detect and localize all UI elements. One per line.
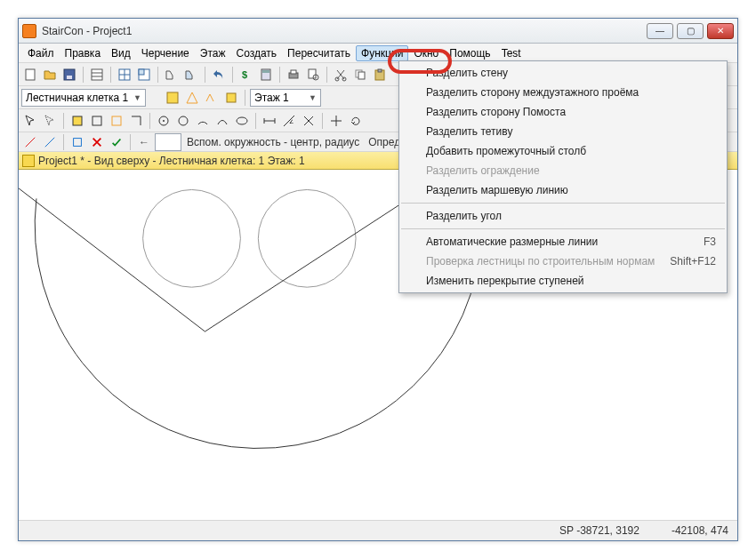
pointer-alt-icon[interactable]: [41, 112, 59, 130]
cut-icon[interactable]: [332, 66, 350, 84]
menu-item: Проверка лестницы по строительным нормам…: [399, 252, 727, 271]
dim-3-icon[interactable]: [300, 112, 318, 130]
grid-a-icon[interactable]: [116, 66, 133, 84]
menu-черчение[interactable]: Черчение: [136, 45, 195, 61]
dim-1-icon[interactable]: [261, 112, 278, 130]
menu-item-label: Автоматические размерные линии: [426, 236, 598, 248]
menu-test[interactable]: Test: [496, 45, 527, 61]
menu-файл[interactable]: Файл: [22, 45, 60, 61]
shape-2-icon[interactable]: [88, 112, 106, 130]
shape-4-icon[interactable]: [127, 112, 145, 130]
menu-item[interactable]: Добавить промежуточный столб: [399, 141, 727, 161]
menu-item-label: Добавить промежуточный столб: [426, 145, 586, 157]
menu-окно[interactable]: Окно: [408, 45, 444, 61]
svg-line-38: [45, 137, 55, 147]
shape-1-icon[interactable]: [68, 112, 86, 130]
arc-1-icon[interactable]: [194, 112, 212, 130]
pointer-icon[interactable]: [21, 112, 39, 130]
print-preview-icon[interactable]: [304, 66, 322, 84]
close-button[interactable]: ✕: [707, 23, 734, 39]
svg-rect-16: [309, 69, 316, 78]
menu-создать[interactable]: Создать: [230, 45, 282, 61]
menu-пересчитать[interactable]: Пересчитать: [282, 45, 356, 61]
circle-2-icon[interactable]: [174, 112, 192, 130]
menu-item[interactable]: Разделить угол: [399, 206, 727, 226]
move-icon[interactable]: [327, 112, 345, 130]
layer-a-icon[interactable]: [163, 66, 181, 84]
svg-point-41: [258, 189, 356, 287]
save-icon[interactable]: [60, 66, 78, 84]
open-icon[interactable]: [41, 66, 59, 84]
maximize-button[interactable]: ▢: [677, 23, 704, 39]
minimize-button[interactable]: —: [647, 23, 673, 39]
shape-3-icon[interactable]: [108, 112, 125, 130]
print-icon[interactable]: [285, 66, 302, 84]
menu-правка[interactable]: Правка: [60, 45, 107, 61]
properties-icon[interactable]: [88, 66, 106, 84]
copy-icon[interactable]: [351, 66, 369, 84]
grid-b-icon[interactable]: [135, 66, 153, 84]
layer-b-icon[interactable]: [182, 66, 200, 84]
title-bar: StairCon - Project1 — ▢ ✕: [19, 19, 737, 44]
edit-icon[interactable]: [68, 133, 86, 151]
ellipse-icon[interactable]: [233, 112, 251, 130]
paste-icon[interactable]: [371, 66, 389, 84]
svg-rect-28: [112, 116, 121, 125]
menu-item-shortcut: F3: [704, 236, 716, 248]
menu-item[interactable]: Разделить маршевую линию: [399, 180, 727, 200]
toolbar-separator: [110, 67, 111, 83]
line-red-icon[interactable]: [21, 133, 39, 151]
toolbar-separator: [245, 90, 245, 106]
svg-rect-13: [262, 70, 269, 73]
svg-rect-27: [92, 116, 101, 125]
window-controls: — ▢ ✕: [647, 23, 734, 39]
circle-1-icon[interactable]: [155, 112, 173, 130]
cost-icon[interactable]: $: [237, 66, 255, 84]
status-bar: SP -38721, 3192 -42108, 474: [19, 521, 737, 540]
svg-point-40: [143, 189, 241, 287]
svg-rect-3: [92, 69, 102, 80]
view-c-icon[interactable]: [203, 89, 221, 107]
floor-select[interactable]: Этаж 1: [250, 89, 321, 107]
menu-item[interactable]: Автоматические размерные линииF3: [399, 232, 727, 252]
view-a-icon[interactable]: [164, 89, 181, 107]
menu-помощь[interactable]: Помощь: [444, 45, 495, 61]
toolbar-separator: [279, 67, 280, 83]
menu-вид[interactable]: Вид: [106, 45, 136, 61]
app-icon: [22, 24, 36, 38]
menu-этаж[interactable]: Этаж: [195, 45, 231, 61]
doc-tab-icon: [22, 155, 35, 167]
svg-text:∠: ∠: [289, 119, 294, 124]
prompt-hint: Вспом. окружность - центр, радиус: [183, 136, 363, 148]
toolbar-separator: [205, 67, 205, 83]
dim-2-icon[interactable]: ∠: [280, 112, 298, 130]
stairwell-select[interactable]: Лестничная клетка 1: [21, 89, 146, 107]
prompt-value-input[interactable]: [155, 133, 181, 151]
menu-item[interactable]: Изменить перекрытие ступеней: [399, 271, 727, 291]
undo-icon[interactable]: [210, 66, 228, 84]
menu-item-label: Проверка лестницы по строительным нормам: [426, 255, 655, 268]
view-b-icon[interactable]: [183, 89, 201, 107]
status-sp: SP -38721, 3192: [559, 524, 639, 537]
menu-item-label: Разделить стену: [426, 67, 508, 79]
svg-text:$: $: [242, 69, 247, 80]
rotate-icon[interactable]: [347, 112, 365, 130]
view-d-icon[interactable]: [222, 89, 240, 107]
toolbar-separator: [130, 134, 131, 150]
menu-item[interactable]: Разделить сторону междуэтажного проёма: [399, 83, 727, 102]
line-blue-icon[interactable]: [41, 133, 59, 151]
svg-point-32: [237, 117, 247, 124]
svg-rect-26: [73, 116, 82, 125]
menu-item[interactable]: Разделить тетиву: [399, 122, 727, 141]
menu-функции[interactable]: Функции: [356, 45, 408, 61]
arc-2-icon[interactable]: [213, 112, 231, 130]
menu-item[interactable]: Разделить стену: [399, 63, 727, 83]
calc-icon[interactable]: [257, 66, 275, 84]
new-icon[interactable]: [21, 66, 39, 84]
reject-icon[interactable]: [88, 133, 106, 151]
accept-icon[interactable]: [108, 133, 125, 151]
stairwell-value: Лестничная клетка 1: [26, 92, 128, 104]
back-icon[interactable]: ←: [135, 133, 153, 151]
menu-item-label: Изменить перекрытие ступеней: [426, 275, 584, 287]
menu-item[interactable]: Разделить сторону Помоста: [399, 102, 727, 122]
